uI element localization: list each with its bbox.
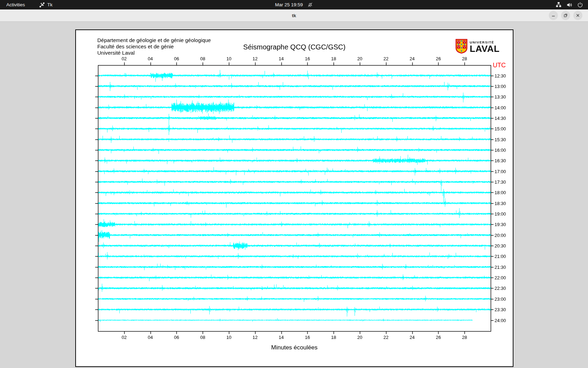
x-tick-label: 06: [174, 335, 179, 340]
x-tick-label: 08: [200, 335, 205, 340]
x-tick-label: 16: [305, 335, 310, 340]
utc-time-label: 23:00: [495, 296, 506, 301]
x-tick-label: 24: [410, 335, 414, 340]
seismogram-plot: [76, 30, 513, 366]
x-tick-label: 10: [226, 56, 231, 61]
system-status-menu[interactable]: [555, 0, 583, 9]
utc-time-label: 13:00: [495, 83, 506, 89]
x-tick-label: 18: [331, 335, 336, 340]
utc-axis-title: UTC: [493, 62, 506, 69]
tk-icon: [39, 2, 45, 8]
universite-laval-logo: UNIVERSITÉ LAVAL: [455, 39, 499, 54]
x-tick-label: 28: [462, 56, 467, 61]
x-tick-label: 04: [148, 335, 153, 340]
department-line: Faculté des sciences et de génie: [97, 43, 211, 50]
department-line: Département de géologie et de génie géol…: [97, 37, 211, 43]
x-tick-label: 04: [148, 56, 153, 61]
focused-app-indicator[interactable]: Tk: [39, 0, 52, 9]
laval-logo-text: UNIVERSITÉ LAVAL: [470, 40, 499, 53]
utc-time-label: 19:00: [495, 211, 506, 217]
seismograph-window-content: Département de géologie et de génie géol…: [75, 29, 513, 367]
x-tick-label: 20: [357, 335, 362, 340]
close-icon: [576, 13, 580, 18]
utc-time-label: 20:30: [495, 243, 506, 248]
x-tick-label: 10: [226, 335, 231, 340]
x-tick-label: 22: [384, 56, 388, 61]
x-tick-label: 26: [436, 56, 441, 61]
x-tick-label: 18: [331, 56, 336, 61]
power-icon: [577, 2, 583, 8]
x-tick-label: 12: [253, 335, 258, 340]
x-tick-label: 08: [200, 56, 205, 61]
x-tick-label: 14: [279, 335, 284, 340]
department-line: Université Laval: [97, 50, 211, 56]
maximize-button[interactable]: [561, 11, 570, 20]
utc-time-label: 21:00: [495, 254, 506, 259]
network-icon: [555, 2, 562, 8]
volume-icon: [566, 2, 573, 8]
window-title: tk: [0, 9, 588, 21]
x-tick-label: 02: [122, 335, 127, 340]
maximize-icon: [564, 13, 568, 18]
close-button[interactable]: [573, 11, 582, 20]
x-axis-title: Minutes écoulées: [271, 344, 317, 351]
department-text-block: Département de géologie et de génie géol…: [97, 37, 211, 56]
utc-time-label: 22:30: [495, 286, 506, 291]
utc-time-label: 16:30: [495, 158, 506, 163]
minimize-button[interactable]: [549, 11, 558, 20]
x-tick-label: 14: [279, 56, 284, 61]
utc-time-label: 20:00: [495, 232, 506, 238]
utc-time-label: 19:30: [495, 222, 506, 227]
utc-time-label: 14:30: [495, 115, 506, 121]
activities-button[interactable]: Activities: [6, 0, 25, 9]
window-controls: [549, 11, 582, 20]
utc-time-label: 23:30: [495, 307, 506, 312]
utc-time-label: 17:30: [495, 179, 506, 184]
x-tick-label: 26: [436, 335, 441, 340]
window-titlebar[interactable]: tk: [0, 9, 588, 22]
utc-time-label: 21:30: [495, 264, 506, 270]
laval-logo-large-text: LAVAL: [470, 44, 499, 53]
utc-time-label: 13:30: [495, 94, 506, 100]
x-tick-label: 22: [384, 335, 388, 340]
laval-shield-icon: [455, 39, 468, 54]
clock-label: Mar 25 19:59: [275, 2, 303, 7]
x-tick-label: 16: [305, 56, 310, 61]
app-name-label: Tk: [47, 2, 52, 7]
utc-time-label: 12:30: [495, 73, 506, 78]
utc-time-label: 24:00: [495, 318, 506, 323]
top-bar: Activities Tk Mar 25 19:59: [0, 0, 588, 9]
utc-time-label: 16:00: [495, 147, 506, 152]
utc-time-label: 18:30: [495, 200, 506, 206]
utc-time-label: 15:00: [495, 126, 506, 131]
x-tick-label: 20: [357, 56, 362, 61]
notifications-off-icon: [307, 2, 313, 8]
minimize-icon: [551, 13, 555, 18]
x-tick-label: 02: [122, 56, 127, 61]
x-tick-label: 12: [253, 56, 258, 61]
clock-menu[interactable]: Mar 25 19:59: [275, 0, 313, 9]
utc-time-label: 17:00: [495, 169, 506, 174]
utc-time-label: 22:00: [495, 275, 506, 280]
x-tick-label: 24: [410, 56, 414, 61]
utc-time-label: 18:00: [495, 190, 506, 195]
activities-label: Activities: [6, 2, 25, 7]
utc-time-label: 14:00: [495, 105, 506, 110]
x-tick-label: 28: [462, 335, 467, 340]
x-tick-label: 06: [174, 56, 179, 61]
chart-title: Séismographe QCQ (CGC/GSC): [243, 43, 345, 51]
utc-time-label: 15:30: [495, 137, 506, 142]
